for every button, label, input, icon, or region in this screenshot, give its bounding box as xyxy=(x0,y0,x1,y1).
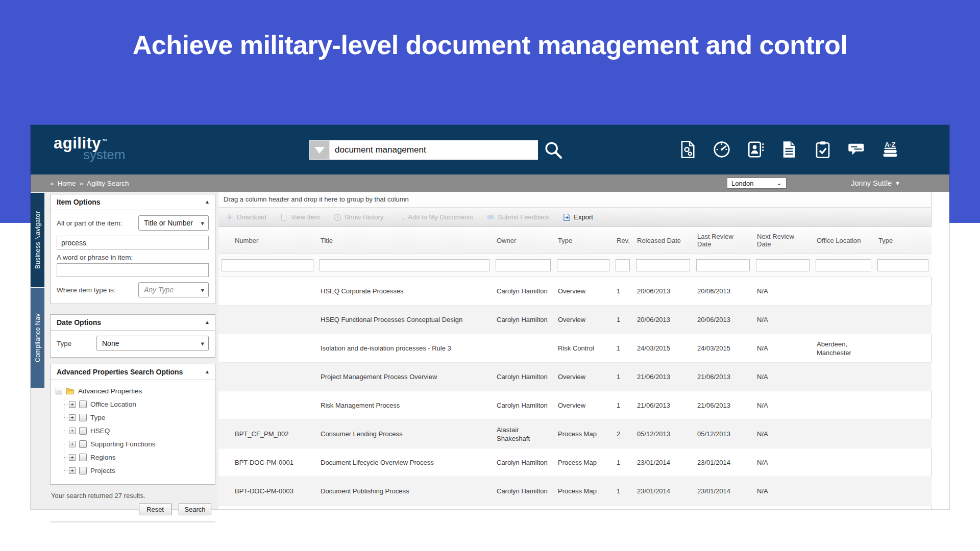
filter-input-type[interactable] xyxy=(877,259,928,271)
table-row[interactable]: Project Management Process OverviewCarol… xyxy=(218,363,932,391)
search-icon[interactable] xyxy=(543,140,564,160)
date-type-select[interactable]: None xyxy=(96,336,209,351)
item-options-header[interactable]: Item Options xyxy=(51,194,215,210)
filter-input-last-review-date[interactable] xyxy=(696,259,750,271)
date-options-header[interactable]: Date Options xyxy=(51,315,215,331)
logo-line2: system xyxy=(83,148,125,161)
table-row[interactable]: BPT-DOC-PM-0004Document Feedback Process… xyxy=(218,506,932,510)
tree-item-label[interactable]: Supporting Functions xyxy=(90,440,156,448)
toolbar-button-label: Download xyxy=(237,213,266,221)
side-tab-compliance-nav[interactable]: Compliance Nav xyxy=(31,288,44,388)
feedback-icon[interactable] xyxy=(847,140,866,159)
cell-title: HSEQ Functional Processes Conceptual Des… xyxy=(316,306,493,334)
results-table: NumberTitleOwnerTypeRev.Released DateLas… xyxy=(218,227,932,509)
expand-node-icon[interactable]: + xyxy=(69,441,76,447)
tree-item-label[interactable]: HSEQ xyxy=(90,427,110,435)
table-row[interactable]: BPT_CF_PM_002Consumer Lending ProcessAla… xyxy=(218,420,932,448)
cell-type: Overview xyxy=(554,363,612,391)
tree-checkbox[interactable] xyxy=(79,427,87,435)
filter-input-title[interactable] xyxy=(320,259,489,271)
document-icon[interactable] xyxy=(780,140,798,159)
filter-input-rev[interactable] xyxy=(616,259,630,271)
tree-checkbox[interactable] xyxy=(79,467,87,474)
search-options-column: Item Options All or part of the item: Ti… xyxy=(50,194,215,509)
advanced-properties-header[interactable]: Advanced Properties Search Options xyxy=(51,364,215,380)
filter-input-number[interactable] xyxy=(222,259,313,271)
cell-rev: 1 xyxy=(612,277,633,306)
match-select[interactable]: Title or Number xyxy=(138,215,209,231)
column-header-next-review-date[interactable]: Next Review Date xyxy=(753,227,813,254)
tree-item-hseq: +HSEQ xyxy=(64,424,210,437)
tree-checkbox[interactable] xyxy=(79,400,87,408)
table-row[interactable]: HSEQ Functional Processes Conceptual Des… xyxy=(218,306,932,334)
cell-type xyxy=(874,448,932,477)
clipboard-check-icon[interactable] xyxy=(814,140,832,159)
column-header-type[interactable]: Type xyxy=(554,227,612,254)
cell-office-location xyxy=(813,420,874,448)
filter-row xyxy=(218,254,932,277)
expand-node-icon[interactable]: + xyxy=(69,401,76,408)
user-menu[interactable]: Jonny Suttle ▼ xyxy=(851,174,900,192)
item-type-select[interactable]: Any Type xyxy=(138,282,209,297)
tree-item-label[interactable]: Type xyxy=(90,414,105,421)
breadcrumb-item-home[interactable]: Home xyxy=(58,180,76,187)
toolbar-button-label: Export xyxy=(574,213,593,221)
cell-number: BPT-DOC-PM-0003 xyxy=(218,477,316,506)
location-select[interactable]: London xyxy=(727,178,787,189)
dashboard-icon[interactable] xyxy=(713,140,731,159)
table-row[interactable]: BPT-DOC-PM-0003Document Publishing Proce… xyxy=(218,477,932,506)
toolbar-button-label: Show History xyxy=(345,213,384,221)
agility-logo[interactable]: agility™ system xyxy=(54,133,125,161)
column-header-owner[interactable]: Owner xyxy=(493,227,554,254)
column-header-title[interactable]: Title xyxy=(316,227,493,254)
column-header-office-location[interactable]: Office Location xyxy=(813,227,874,254)
expand-node-icon[interactable]: + xyxy=(69,454,76,461)
cell-last-review-date: 23/01/2014 xyxy=(693,448,753,477)
table-row[interactable]: HSEQ Corporate ProcessesCarolyn Hamilton… xyxy=(218,277,932,306)
table-row[interactable]: Isolation and de-isolation processes - R… xyxy=(218,334,932,363)
filter-input-owner[interactable] xyxy=(496,259,551,271)
breadcrumb-item-agility-search[interactable]: Agility Search xyxy=(87,180,129,187)
expand-node-icon[interactable]: + xyxy=(69,428,76,434)
tree-checkbox[interactable] xyxy=(79,414,87,421)
tree-item-regions: +Regions xyxy=(64,450,210,464)
export-button[interactable]: Export xyxy=(562,213,593,221)
tree-root-label: Advanced Properties xyxy=(78,387,142,395)
expand-node-icon[interactable]: + xyxy=(69,414,76,421)
search-input[interactable] xyxy=(330,140,538,160)
cell-next-review-date: N/A xyxy=(753,448,813,477)
cell-type: Overview xyxy=(554,277,612,306)
collapse-node-icon[interactable]: − xyxy=(56,388,62,394)
group-by-drop-zone[interactable]: Drag a column header and drop it here to… xyxy=(218,192,931,208)
column-header-number[interactable]: Number xyxy=(218,227,316,254)
tree-checkbox[interactable] xyxy=(79,454,87,461)
column-header-type[interactable]: Type xyxy=(874,227,932,254)
filter-input-office-location[interactable] xyxy=(816,259,871,271)
tree-item-label[interactable]: Office Location xyxy=(90,400,136,408)
table-row[interactable]: BPT-DOC-PM-0001Document Lifecycle Overvi… xyxy=(218,448,932,477)
tree-item-label[interactable]: Regions xyxy=(90,454,116,461)
filter-input-type[interactable] xyxy=(557,259,609,271)
az-index-icon[interactable]: A-Z xyxy=(881,140,899,159)
item-text-input[interactable] xyxy=(57,236,209,249)
filter-input-next-review-date[interactable] xyxy=(756,259,810,271)
tree-item-label[interactable]: Projects xyxy=(90,467,115,474)
document-settings-icon[interactable] xyxy=(679,140,697,159)
reset-button[interactable]: Reset xyxy=(139,504,172,515)
add-to-my-documents-button: Add to My Documents xyxy=(397,213,473,221)
phrase-input[interactable] xyxy=(57,263,209,277)
side-tab-business-navigator[interactable]: Business Navigator xyxy=(31,193,44,287)
search-button[interactable]: Search xyxy=(179,504,211,515)
tree-item-projects: +Projects xyxy=(64,464,210,477)
tree-checkbox[interactable] xyxy=(79,440,87,448)
cell-type xyxy=(874,506,932,510)
download-icon xyxy=(226,213,234,221)
search-scope-dropdown[interactable] xyxy=(309,140,330,160)
column-header-rev[interactable]: Rev. xyxy=(612,227,633,254)
column-header-released-date[interactable]: Released Date xyxy=(633,227,693,254)
filter-input-released-date[interactable] xyxy=(636,259,690,271)
column-header-last-review-date[interactable]: Last Review Date xyxy=(693,227,753,254)
expand-node-icon[interactable]: + xyxy=(69,467,76,474)
contacts-icon[interactable] xyxy=(746,140,765,159)
table-row[interactable]: Risk Management ProcessCarolyn HamiltonO… xyxy=(218,391,932,420)
